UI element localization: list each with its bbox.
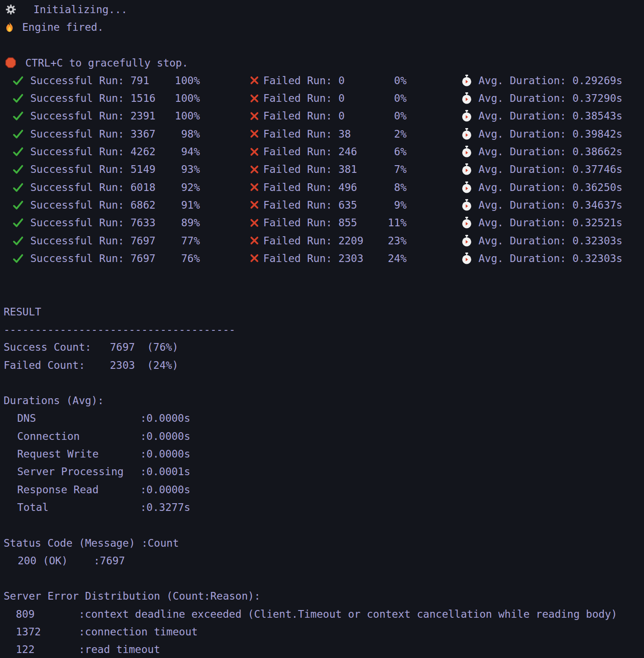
duration-row: DNS:0.0000s [0, 410, 644, 427]
avg-duration-cell: Avg. Duration:0.39842s [478, 128, 644, 140]
stopwatch-icon [407, 110, 478, 122]
avg-duration-cell: Avg. Duration:0.32521s [478, 217, 644, 229]
success-count-row: Success Count:7697(76%) [0, 339, 644, 356]
cross-icon [200, 218, 263, 228]
failed-count-label: Failed Count: [4, 359, 110, 371]
failed-run-percent: 0% [379, 75, 407, 86]
status-line-stop-hint: CTRL+C to gracefully stop. [0, 54, 644, 72]
failed-run-cell: Failed Run:0 [263, 92, 379, 104]
failed-run-count: 0 [338, 92, 345, 104]
failed-run-label: Failed Run: [263, 110, 332, 122]
avg-duration-label: Avg. Duration: [478, 110, 566, 122]
run-progress-row: Successful Run:5149 93% Failed Run:381 7… [0, 161, 644, 178]
avg-duration-label: Avg. Duration: [478, 128, 566, 140]
server-error-reason: :connection timeout [79, 626, 198, 638]
avg-duration-value: 0.37746s [573, 163, 623, 175]
blank-line [0, 285, 644, 303]
failed-run-cell: Failed Run:381 [263, 163, 379, 175]
check-icon [6, 75, 30, 86]
failed-run-label: Failed Run: [263, 253, 332, 264]
stopwatch-icon [407, 128, 478, 140]
success-run-count: 1516 [131, 92, 156, 104]
avg-duration-cell: Avg. Duration:0.32303s [478, 253, 644, 264]
failed-run-percent: 7% [379, 163, 407, 175]
success-run-percent: 100% [157, 110, 200, 122]
avg-duration-label: Avg. Duration: [478, 163, 566, 175]
success-run-cell: Successful Run:5149 [30, 163, 157, 175]
success-run-count: 6018 [131, 181, 156, 193]
cross-icon [200, 147, 263, 157]
failed-run-cell: Failed Run:496 [263, 181, 379, 193]
cross-icon [200, 253, 263, 263]
success-run-percent: 77% [157, 235, 200, 247]
failed-run-count: 381 [338, 163, 357, 175]
success-run-count: 7697 [131, 235, 156, 247]
run-progress-row: Successful Run:1516 100% Failed Run:0 0% [0, 89, 644, 107]
avg-duration-label: Avg. Duration: [478, 92, 566, 104]
run-progress-row: Successful Run:3367 98% Failed Run:38 2% [0, 125, 644, 143]
avg-duration-label: Avg. Duration: [478, 146, 566, 157]
failed-run-label: Failed Run: [263, 235, 332, 247]
check-icon [6, 110, 30, 122]
run-progress-row: Successful Run:791 100% Failed Run:0 0% [0, 72, 644, 89]
blank-line [0, 374, 644, 391]
duration-label: Total [17, 501, 140, 513]
avg-duration-cell: Avg. Duration:0.32303s [478, 235, 644, 247]
server-error-reason: :read timeout [79, 644, 160, 655]
stopwatch-icon [407, 75, 478, 86]
avg-duration-cell: Avg. Duration:0.37290s [478, 92, 644, 104]
check-icon [6, 235, 30, 247]
success-run-percent: 89% [157, 217, 200, 229]
failed-run-label: Failed Run: [263, 146, 332, 157]
avg-duration-label: Avg. Duration: [478, 217, 566, 229]
run-progress-row: Successful Run:7697 77% Failed Run:2209 … [0, 232, 644, 249]
stopwatch-icon [407, 181, 478, 193]
avg-duration-label: Avg. Duration: [478, 199, 566, 211]
success-run-percent: 91% [157, 199, 200, 211]
success-run-percent: 93% [157, 163, 200, 175]
avg-duration-label: Avg. Duration: [478, 235, 566, 247]
duration-label: Response Read [17, 484, 140, 496]
run-progress-row: Successful Run:2391 100% Failed Run:0 0% [0, 107, 644, 125]
success-run-label: Successful Run: [30, 217, 124, 229]
failed-count-row: Failed Count:2303(24%) [0, 356, 644, 374]
check-icon [6, 163, 30, 175]
success-run-cell: Successful Run:7697 [30, 235, 157, 247]
success-run-count: 791 [131, 75, 150, 86]
avg-duration-cell: Avg. Duration:0.37746s [478, 163, 644, 175]
cross-icon [200, 164, 263, 175]
success-run-count: 3367 [131, 128, 156, 140]
engine-fired-text: Engine fired. [22, 21, 104, 33]
result-title: RESULT [0, 303, 644, 320]
terminal-output: Initializing... Engine fired. CTRL+C to … [0, 0, 644, 658]
success-run-percent: 100% [157, 92, 200, 104]
duration-row: Connection:0.0000s [0, 427, 644, 445]
stopwatch-icon [407, 235, 478, 247]
avg-duration-value: 0.39842s [573, 128, 623, 140]
duration-value: :0.3277s [140, 501, 190, 513]
failed-count-percent: (24%) [147, 359, 178, 371]
success-run-label: Successful Run: [30, 235, 124, 247]
status-code-row: 200 (OK):7697 [0, 552, 644, 569]
failed-run-count: 2303 [338, 253, 363, 264]
failed-run-cell: Failed Run:635 [263, 199, 379, 211]
success-run-label: Successful Run: [30, 92, 124, 104]
failed-run-percent: 0% [379, 92, 407, 104]
avg-duration-value: 0.38543s [573, 110, 623, 122]
duration-value: :0.0000s [140, 430, 190, 442]
failed-run-cell: Failed Run:2303 [263, 253, 379, 264]
avg-duration-value: 0.38662s [573, 146, 623, 157]
success-run-cell: Successful Run:6862 [30, 199, 157, 211]
duration-label: DNS [17, 412, 140, 424]
failed-run-percent: 2% [379, 128, 407, 140]
success-count-percent: (76%) [147, 341, 178, 353]
avg-duration-value: 0.34637s [573, 199, 623, 211]
failed-run-count: 855 [338, 217, 357, 229]
failed-run-label: Failed Run: [263, 128, 332, 140]
duration-value: :0.0001s [140, 466, 190, 477]
success-run-percent: 76% [157, 253, 200, 264]
failed-run-cell: Failed Run:2209 [263, 235, 379, 247]
run-progress-row: Successful Run:4262 94% Failed Run:246 6… [0, 143, 644, 160]
success-count-label: Success Count: [4, 341, 110, 353]
result-divider: ------------------------------------- [0, 320, 644, 338]
